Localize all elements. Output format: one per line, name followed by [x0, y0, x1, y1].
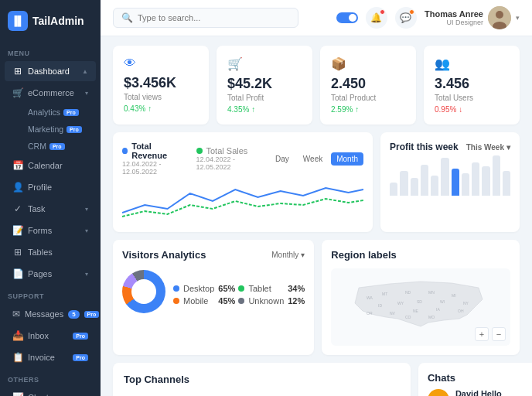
legend-tablet: Tablet 34%	[238, 284, 305, 293]
period-tab-week[interactable]: Week	[298, 152, 328, 166]
sidebar-sub-analytics[interactable]: Analytics Pro	[5, 104, 96, 120]
svg-text:NY: NY	[463, 301, 469, 306]
inbox-icon: 📥	[12, 330, 23, 341]
sidebar-sub-crm[interactable]: CRM Pro	[5, 138, 96, 154]
legend-unknown: Unknown 12%	[238, 296, 305, 306]
sidebar-item-pages[interactable]: 📄 Pages ▾	[5, 264, 96, 284]
profile-icon: 👤	[12, 182, 23, 193]
sidebar-item-inbox[interactable]: 📥 Inbox Pro	[5, 326, 96, 346]
sidebar-item-tables[interactable]: ⊞ Tables	[5, 242, 96, 262]
chevron-icon: ▾	[85, 271, 88, 278]
search-input[interactable]	[138, 13, 290, 22]
profit-bar	[441, 158, 448, 196]
toggle-dot	[349, 14, 356, 22]
chevron-down-icon: ▾	[506, 143, 510, 152]
sidebar-item-ecommerce[interactable]: 🛒 eCommerce ▾	[5, 83, 96, 103]
svg-text:MT: MT	[382, 292, 387, 296]
period-tab-month[interactable]: Month	[331, 152, 363, 166]
sidebar-item-chart[interactable]: 📈 Chart ▾	[5, 387, 96, 396]
total-sales-tab[interactable]: Total Sales 12.04.2022 - 12.05.2022	[196, 146, 258, 171]
map-zoom-in[interactable]: +	[475, 327, 489, 341]
sidebar-item-task[interactable]: ✓ Task ▾	[5, 199, 96, 219]
stat-label: Total Profit	[227, 94, 302, 102]
region-header: Region labels	[331, 249, 510, 261]
total-revenue-tab[interactable]: Total Revenue 12.04.2022 - 12.05.2022	[122, 142, 184, 176]
app-name: TailAdmin	[32, 15, 84, 27]
chats-card: Chats DH David Hello 3 How are you? 12 m…	[418, 363, 532, 396]
svg-text:MN: MN	[428, 290, 435, 295]
chat-dot	[409, 9, 414, 15]
chevron-icon: ▾	[85, 227, 88, 234]
product-icon: 📦	[331, 56, 405, 71]
notifications-button[interactable]: 🔔	[366, 7, 387, 29]
profit-bar	[493, 155, 500, 196]
menu-section-label: MENU	[0, 42, 101, 60]
content-area: 👁 $3.456K Total views 0.43% ↑ 🛒 $45.2K T…	[101, 36, 532, 396]
svg-text:MI: MI	[452, 293, 456, 298]
stat-card-views: 👁 $3.456K Total views 0.43% ↑	[113, 46, 209, 125]
week-selector[interactable]: This Week ▾	[466, 143, 510, 152]
messages-icon: ✉	[12, 309, 20, 319]
user-dropdown-arrow[interactable]: ▾	[516, 14, 520, 22]
stat-label: Total views	[124, 93, 198, 101]
chat-header: David Hello 3	[455, 389, 532, 396]
svg-text:SD: SD	[417, 299, 422, 304]
map-zoom-out[interactable]: −	[492, 327, 506, 341]
col-source: SOURCE	[124, 393, 186, 396]
stat-value: 2.450	[331, 76, 405, 92]
pro-badge: Pro	[63, 109, 79, 116]
search-box[interactable]: 🔍	[113, 8, 298, 28]
sub-label: CRM	[28, 142, 46, 151]
desktop-dot	[173, 285, 179, 292]
pro-badge: Pro	[73, 354, 88, 361]
sidebar-item-invoice[interactable]: 📋 Invoice Pro	[5, 347, 96, 367]
invoice-icon: 📋	[12, 352, 23, 363]
chats-title: Chats	[428, 372, 532, 384]
users-icon: 👥	[435, 56, 509, 71]
chat-item[interactable]: DH David Hello 3 How are you? 12 min	[428, 384, 532, 396]
channels-table: SOURCE VISITORS REVENUES SALES CONVERSIO…	[124, 393, 400, 396]
profit-bar	[472, 162, 479, 196]
profit-bar	[452, 169, 459, 196]
profit-bar	[482, 166, 489, 196]
sales-date: 12.04.2022 - 12.05.2022	[196, 155, 258, 171]
chat-button[interactable]: 💬	[395, 7, 417, 29]
legend-mobile: Mobile 45%	[173, 296, 235, 306]
sidebar-item-label: Task	[28, 204, 80, 213]
profit-bar	[431, 176, 438, 196]
sidebar-item-dashboard[interactable]: ⊞ Dashboard ▲	[5, 61, 96, 81]
sidebar-item-messages[interactable]: ✉ Messages 5 Pro	[5, 304, 96, 324]
map-controls: + −	[475, 327, 506, 341]
stat-value: $3.456K	[124, 75, 198, 91]
legend-desktop: Desktop 65%	[173, 284, 235, 293]
region-title: Region labels	[331, 249, 397, 261]
svg-text:WY: WY	[397, 301, 404, 306]
theme-toggle[interactable]	[336, 12, 358, 23]
others-section-label: OTHERS	[0, 368, 101, 387]
sidebar-item-profile[interactable]: 👤 Profile	[5, 177, 96, 197]
avatar[interactable]	[488, 6, 511, 29]
pages-icon: 📄	[12, 268, 23, 279]
sub-label: Analytics	[28, 108, 60, 117]
stat-card-users: 👥 3.456 Total Users 0.95% ↓	[424, 46, 520, 125]
stat-change: 0.43% ↑	[124, 104, 198, 113]
dashboard-icon: ⊞	[12, 66, 23, 77]
messages-badge: 5	[68, 310, 79, 319]
sidebar-item-calendar[interactable]: 📅 Calendar	[5, 155, 96, 176]
legend-label: Desktop	[183, 284, 214, 293]
sidebar-item-label: Chart	[28, 393, 80, 396]
forms-icon: 📝	[12, 225, 23, 236]
ecommerce-icon: 🛒	[12, 87, 23, 98]
visitors-header: Visitors Analytics Monthly ▾	[122, 249, 305, 261]
sidebar-sub-marketing[interactable]: Marketing Pro	[5, 121, 96, 137]
channels-card: Top Channels SOURCE VISITORS REVENUES SA…	[113, 363, 411, 396]
period-tab-day[interactable]: Day	[270, 152, 295, 166]
svg-text:MO: MO	[428, 315, 435, 319]
monthly-selector[interactable]: Monthly ▾	[271, 251, 305, 259]
stat-value: 3.456	[435, 76, 509, 92]
sidebar-item-forms[interactable]: 📝 Forms ▾	[5, 220, 96, 241]
map-area: WA MT ND MN MI NY ID WY SD WI OR NV NE I…	[331, 268, 510, 346]
visitors-legend: Desktop 65% Tablet 34% Mobile 45%	[173, 284, 305, 306]
stat-change: 0.95% ↓	[435, 105, 509, 114]
revenue-date: 12.04.2022 - 12.05.2022	[122, 160, 184, 176]
